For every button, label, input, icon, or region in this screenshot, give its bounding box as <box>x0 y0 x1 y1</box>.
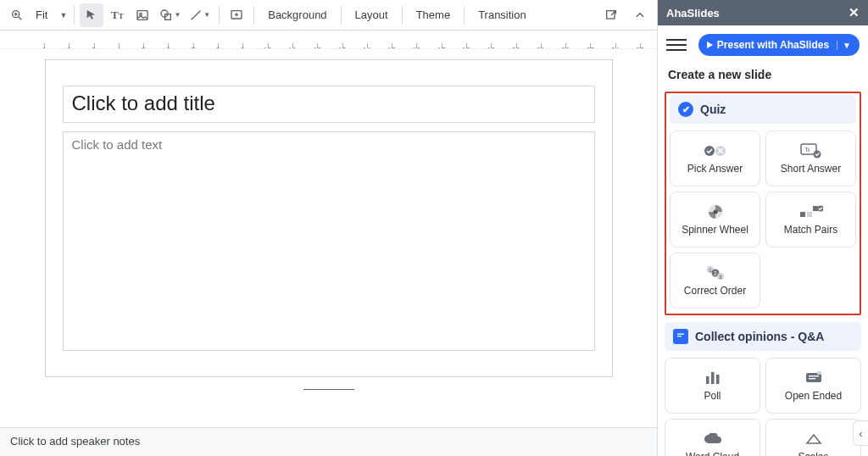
ruler-tick: 20 <box>516 43 517 48</box>
svg-rect-34 <box>676 331 686 339</box>
card-scales[interactable]: Scales <box>765 419 861 456</box>
svg-rect-37 <box>706 376 709 384</box>
ruler-tick: 18 <box>466 43 467 48</box>
shape-tool[interactable]: ▼ <box>156 3 184 27</box>
card-poll[interactable]: Poll <box>665 358 760 414</box>
ruler-tick: 14 <box>367 43 368 48</box>
present-button[interactable]: Present with AhaSlides ▼ <box>698 34 860 56</box>
svg-line-1 <box>19 17 21 19</box>
layout-button[interactable]: Layout <box>347 3 397 27</box>
transition-button[interactable]: Transition <box>470 3 535 27</box>
card-match-pairs[interactable]: Match Pairs <box>765 192 856 247</box>
background-button[interactable]: Background <box>259 3 335 27</box>
svg-rect-39 <box>716 375 720 384</box>
dropdown-caret-icon: ▼ <box>174 11 181 19</box>
ruler-tick: 13 <box>342 43 343 48</box>
card-label: Scales <box>798 451 828 457</box>
slide-body-placeholder[interactable]: Click to add text <box>63 131 595 351</box>
card-pick-answer[interactable]: Pick Answer <box>670 131 760 186</box>
spinner-wheel-icon <box>707 204 724 220</box>
svg-point-5 <box>140 13 142 15</box>
ruler-tick: 5 <box>143 43 144 48</box>
zoom-select[interactable]: Fit ▼ <box>31 8 69 21</box>
slide-title-placeholder[interactable]: Click to add title <box>63 86 595 123</box>
card-label: Correct Order <box>684 285 746 297</box>
svg-marker-44 <box>807 435 821 443</box>
scales-icon <box>804 431 823 447</box>
zoom-in-icon[interactable] <box>5 3 29 27</box>
panel-body[interactable]: ✔ Quiz Pick Answer T Short Answer <box>658 90 868 456</box>
svg-rect-4 <box>137 10 147 19</box>
svg-rect-26 <box>813 206 818 211</box>
svg-rect-35 <box>677 334 684 335</box>
ruler-tick: 25 <box>640 43 641 48</box>
svg-rect-43 <box>817 371 821 375</box>
open-ended-icon <box>805 370 822 386</box>
quiz-grid: Pick Answer T Short Answer Spinner Wheel <box>668 129 858 310</box>
speaker-notes[interactable]: Click to add speaker notes <box>0 427 657 456</box>
short-answer-icon: T <box>800 143 822 158</box>
svg-point-21 <box>813 150 821 158</box>
match-pairs-icon <box>799 204 823 220</box>
section-qa-header[interactable]: Collect opinions - Q&A <box>665 322 861 351</box>
svg-rect-41 <box>809 375 819 376</box>
slide-footer-divider <box>303 389 354 390</box>
card-label: Spinner Wheel <box>682 224 748 236</box>
ruler-tick: 24 <box>615 43 616 48</box>
open-in-new-icon[interactable] <box>599 3 623 27</box>
menu-icon[interactable] <box>666 35 687 55</box>
svg-point-23 <box>713 209 717 214</box>
quiz-icon: ✔ <box>678 102 693 117</box>
slide-stage: Click to add title Click to add text <box>0 49 657 427</box>
svg-rect-42 <box>809 378 815 379</box>
textbox-tool[interactable]: TT <box>105 3 129 27</box>
card-label: Match Pairs <box>784 224 837 236</box>
comment-tool[interactable] <box>225 3 248 27</box>
collapse-panel-tab[interactable]: ‹ <box>853 420 868 446</box>
poll-icon <box>704 370 721 386</box>
ruler-tick: 16 <box>416 43 417 48</box>
ruler-tick: 1 <box>44 43 45 48</box>
section-quiz-header[interactable]: ✔ Quiz <box>670 95 856 124</box>
card-label: Open Ended <box>785 390 842 402</box>
ruler-tick: 11 <box>292 43 293 48</box>
select-tool[interactable] <box>80 3 103 27</box>
qa-grid: Poll Open Ended Word Cloud Scales <box>663 356 863 456</box>
image-tool[interactable] <box>131 3 154 27</box>
separator <box>253 6 254 25</box>
slide-canvas[interactable]: Click to add title Click to add text <box>45 59 613 377</box>
card-spinner-wheel[interactable]: Spinner Wheel <box>670 192 760 247</box>
card-open-ended[interactable]: Open Ended <box>765 358 861 414</box>
ruler-tick: 15 <box>392 43 392 48</box>
ahaslides-panel: AhaSlides ✕ Present with AhaSlides ▼ Cre… <box>657 0 868 456</box>
card-short-answer[interactable]: T Short Answer <box>765 131 856 186</box>
pick-answer-icon <box>703 143 728 158</box>
svg-text:2: 2 <box>714 270 717 275</box>
separator <box>219 6 220 25</box>
present-label: Present with AhaSlides <box>717 39 829 51</box>
zoom-label: Fit <box>36 8 47 21</box>
ruler-tick: 7 <box>193 43 194 48</box>
dropdown-caret-icon: ▼ <box>59 11 67 19</box>
ruler-tick: 23 <box>590 43 591 48</box>
ruler-tick: 2 <box>69 43 70 48</box>
ruler-tick: 6 <box>168 43 169 48</box>
card-label: Short Answer <box>781 163 841 175</box>
dropdown-caret-icon: ▼ <box>203 11 210 19</box>
qa-icon <box>673 329 688 344</box>
dropdown-caret-icon[interactable]: ▼ <box>837 41 851 50</box>
svg-rect-24 <box>800 212 805 217</box>
ruler-tick: 12 <box>317 43 318 48</box>
close-icon[interactable]: ✕ <box>849 5 860 20</box>
line-tool[interactable]: ▼ <box>186 3 214 27</box>
correct-order-icon: 123 <box>705 265 726 281</box>
svg-rect-12 <box>607 10 615 18</box>
collapse-toolbar-icon[interactable] <box>628 3 652 27</box>
ruler-tick: 21 <box>541 43 542 48</box>
theme-button[interactable]: Theme <box>408 3 459 27</box>
card-correct-order[interactable]: 123 Correct Order <box>670 253 760 309</box>
svg-line-8 <box>192 10 201 19</box>
svg-rect-25 <box>807 212 812 217</box>
horizontal-ruler: 1234567891011121314151617181920212223242… <box>0 31 657 49</box>
card-word-cloud[interactable]: Word Cloud <box>665 419 760 456</box>
